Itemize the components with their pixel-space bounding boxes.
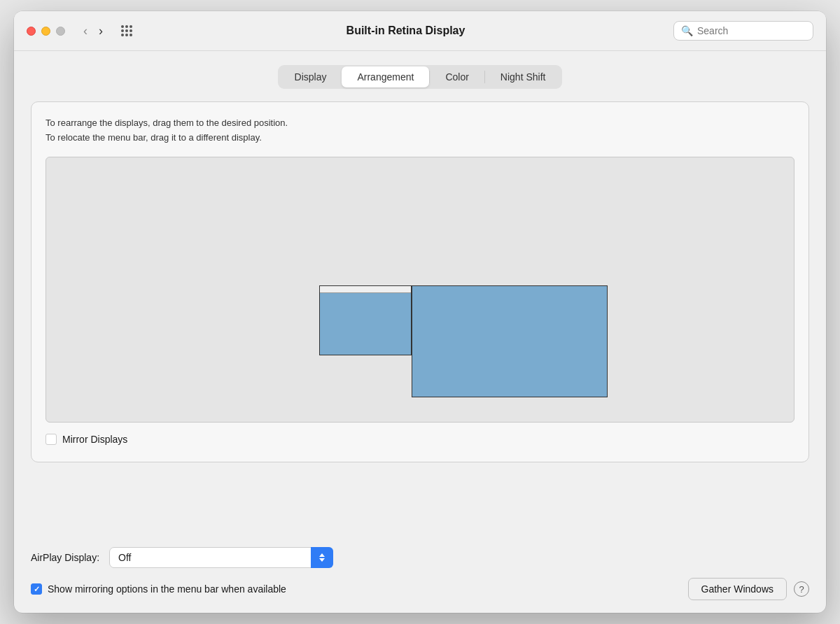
bottom-section: AirPlay Display: Off On ✓	[14, 534, 826, 613]
secondary-monitor[interactable]	[319, 285, 412, 355]
arrangement-panel: To rearrange the displays, drag them to …	[31, 101, 809, 462]
description: To rearrange the displays, drag them to …	[46, 116, 794, 146]
content-area: Display Arrangement Color Night Shift To…	[14, 51, 826, 534]
mirroring-option-checkbox[interactable]: ✓	[31, 583, 42, 595]
grid-icon[interactable]	[121, 25, 132, 36]
right-buttons: Gather Windows ?	[688, 578, 809, 600]
main-window: ‹ › Built-in Retina Display 🔍 Display Ar…	[14, 11, 826, 613]
display-canvas[interactable]	[46, 157, 794, 423]
search-input[interactable]	[697, 25, 802, 36]
primary-monitor[interactable]	[412, 285, 608, 397]
grid-dot	[125, 29, 128, 32]
maximize-button[interactable]	[56, 27, 65, 36]
search-box[interactable]: 🔍	[673, 21, 813, 41]
tab-night-shift[interactable]: Night Shift	[485, 66, 561, 87]
grid-dot	[121, 34, 124, 36]
nav-buttons: ‹ ›	[79, 23, 107, 38]
window-title: Built-in Retina Display	[146, 24, 665, 37]
grid-dot	[121, 29, 124, 32]
mirror-displays-checkbox[interactable]	[46, 434, 57, 445]
titlebar: ‹ › Built-in Retina Display 🔍	[14, 11, 826, 51]
tabs-container: Display Arrangement Color Night Shift	[278, 65, 563, 89]
help-button[interactable]: ?	[794, 581, 809, 597]
grid-dot	[130, 29, 132, 32]
traffic-lights	[27, 27, 65, 36]
grid-dot	[130, 25, 132, 28]
description-line2: To relocate the menu bar, drag it to a d…	[46, 132, 262, 143]
monitor-screen	[320, 293, 411, 355]
tab-color[interactable]: Color	[430, 66, 484, 87]
mirroring-option-label: Show mirroring options in the menu bar w…	[48, 583, 286, 595]
checkmark-icon: ✓	[34, 586, 40, 593]
search-icon: 🔍	[681, 25, 693, 36]
menu-bar	[320, 286, 411, 293]
mirroring-option-row: ✓ Show mirroring options in the menu bar…	[31, 583, 286, 595]
mirror-displays-label: Mirror Displays	[62, 434, 127, 445]
minimize-button[interactable]	[41, 27, 50, 36]
airplay-row: AirPlay Display: Off On	[31, 547, 809, 568]
forward-button[interactable]: ›	[94, 23, 107, 38]
airplay-select[interactable]: Off On	[109, 547, 333, 568]
description-line1: To rearrange the displays, drag them to …	[46, 118, 288, 128]
tab-arrangement[interactable]: Arrangement	[342, 66, 429, 87]
back-button[interactable]: ‹	[79, 23, 92, 38]
mirror-row: Mirror Displays	[46, 434, 794, 445]
tabs-row: Display Arrangement Color Night Shift	[31, 65, 809, 89]
bottom-row: ✓ Show mirroring options in the menu bar…	[31, 578, 809, 600]
grid-dot	[121, 25, 124, 28]
grid-dot	[125, 34, 128, 36]
airplay-label: AirPlay Display:	[31, 552, 99, 563]
grid-dot	[130, 34, 132, 36]
grid-dot	[125, 25, 128, 28]
tab-display[interactable]: Display	[279, 66, 342, 87]
close-button[interactable]	[27, 27, 36, 36]
gather-windows-button[interactable]: Gather Windows	[688, 578, 787, 600]
airplay-select-wrapper[interactable]: Off On	[109, 547, 333, 568]
